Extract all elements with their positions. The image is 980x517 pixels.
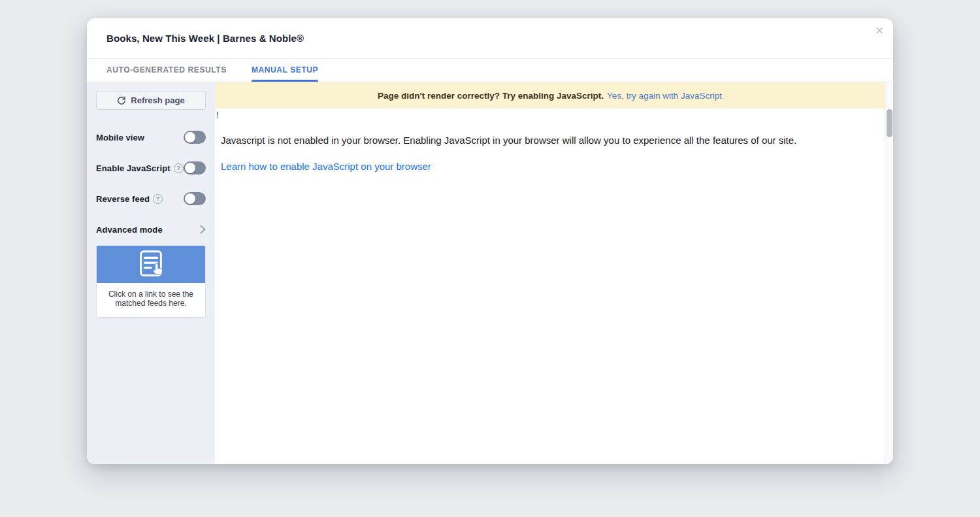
refresh-page-button[interactable]: Refresh page [96, 91, 206, 110]
broken-image-marker: ! [216, 110, 885, 120]
enable-javascript-help-link[interactable]: Learn how to enable JavaScript on your b… [221, 161, 431, 172]
advanced-mode-label: Advanced mode [96, 225, 163, 235]
reverse-feed-toggle[interactable] [184, 192, 206, 205]
help-icon[interactable]: ? [174, 163, 184, 173]
refresh-icon [117, 96, 126, 105]
matched-feeds-card: Click on a link to see the matched feeds… [96, 245, 206, 318]
page-preview-content: ! Javascript is not enabled in your brow… [215, 108, 885, 464]
toggle-row-enable-javascript: Enable JavaScript ? [96, 161, 206, 175]
toggle-row-reverse-feed: Reverse feed ? [96, 192, 206, 206]
banner-message: Page didn't render correctly? Try enabli… [378, 91, 604, 101]
tab-auto-generated-results[interactable]: AUTO-GENERATED RESULTS [106, 59, 227, 82]
chevron-right-icon [200, 225, 206, 234]
document-click-icon [136, 248, 166, 281]
feed-setup-modal: Books, New This Week | Barnes & Noble® ✕… [87, 18, 893, 464]
refresh-button-label: Refresh page [131, 95, 184, 105]
toggle-knob [185, 163, 195, 173]
mobile-view-toggle[interactable] [184, 131, 206, 144]
feed-card-hint: Click on a link to see the matched feeds… [97, 283, 205, 317]
feed-card-illustration [97, 246, 205, 283]
advanced-mode-item[interactable]: Advanced mode [96, 222, 206, 237]
retry-with-javascript-link[interactable]: Yes, try again with JavaScript [607, 91, 722, 101]
page-title: Books, New This Week | Barnes & Noble® [106, 33, 304, 44]
modal-body: Refresh page Mobile view Enable JavaScri… [87, 82, 893, 464]
preview-scrollbar[interactable] [885, 82, 893, 464]
close-icon[interactable]: ✕ [872, 24, 887, 38]
reverse-feed-label: Reverse feed ? [96, 194, 163, 204]
javascript-disabled-message: Javascript is not enabled in your browse… [221, 134, 885, 147]
toggle-row-mobile-view: Mobile view [96, 130, 206, 144]
modal-header: Books, New This Week | Barnes & Noble® ✕ [87, 18, 893, 59]
scrollbar-thumb[interactable] [887, 109, 892, 137]
tab-manual-setup[interactable]: MANUAL SETUP [252, 59, 318, 82]
javascript-warning-banner: Page didn't render correctly? Try enabli… [215, 82, 885, 108]
preview-pane: Page didn't render correctly? Try enabli… [215, 82, 893, 464]
tab-bar: AUTO-GENERATED RESULTS MANUAL SETUP [87, 59, 893, 82]
toggle-knob [185, 193, 195, 204]
mobile-view-label: Mobile view [96, 133, 144, 142]
sidebar: Refresh page Mobile view Enable JavaScri… [87, 82, 215, 464]
enable-javascript-toggle[interactable] [184, 161, 206, 175]
help-icon[interactable]: ? [153, 194, 163, 204]
enable-javascript-label: Enable JavaScript ? [96, 163, 184, 173]
toggle-knob [185, 132, 195, 142]
